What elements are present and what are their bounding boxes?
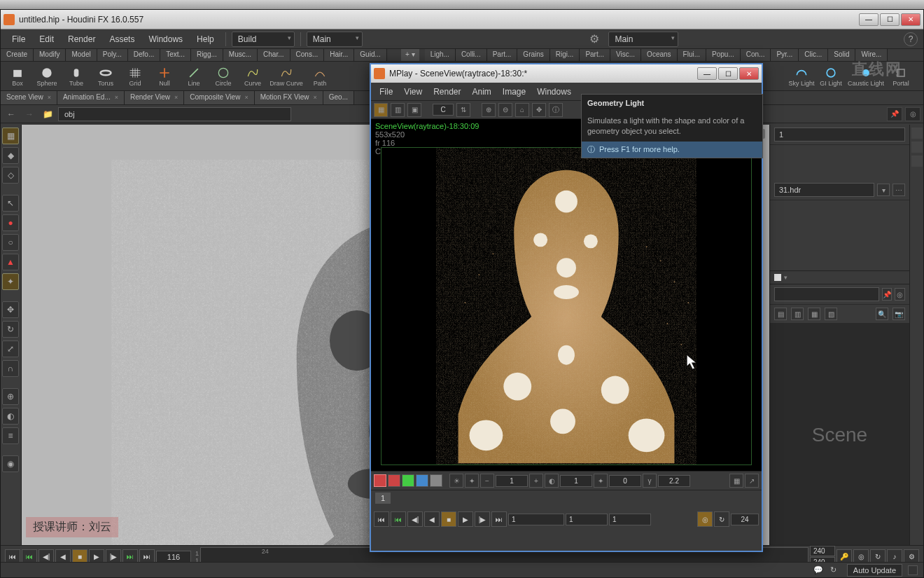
shelf-add[interactable]: + ▾ — [401, 49, 419, 61]
camera-icon-2[interactable]: 📷 — [892, 308, 905, 320]
pane-tab-render[interactable]: Render View× — [125, 91, 184, 104]
tool-sphere[interactable]: Sphere — [33, 63, 61, 89]
menu-help[interactable]: Help — [191, 32, 220, 47]
refresh-icon[interactable]: ↻ — [830, 565, 841, 575]
tool-icon[interactable]: ● — [2, 214, 19, 231]
shelf-tab[interactable]: Poly... — [97, 49, 128, 61]
tool-line[interactable]: Line — [180, 63, 208, 89]
panel-icon[interactable] — [911, 128, 923, 139]
nav-fwd-icon[interactable]: → — [22, 107, 37, 121]
layout-icon-mp[interactable]: ▦ — [729, 474, 743, 488]
mplay-viewport[interactable]: SceneView(raytrace)-18:30:09 553x520 fr … — [371, 119, 762, 471]
shelf-tab[interactable]: Cons... — [290, 49, 325, 61]
update-indicator[interactable] — [908, 565, 918, 575]
mplay-menu-image[interactable]: Image — [498, 84, 530, 99]
select-tool-icon[interactable]: ↖ — [2, 195, 19, 212]
scene-panel[interactable]: Scene — [770, 324, 909, 546]
shelf-tab[interactable]: Visc... — [610, 49, 641, 61]
mplay-menu-render[interactable]: Render — [429, 84, 465, 99]
nav-path[interactable]: obj — [58, 107, 291, 121]
scope-icon[interactable]: ◎ — [905, 107, 920, 121]
help-icon[interactable]: ? — [904, 32, 918, 46]
tool-grid[interactable]: Grid — [121, 63, 149, 89]
scale-tool-icon[interactable]: ⤢ — [2, 340, 19, 357]
tool-icon[interactable]: ◉ — [2, 455, 19, 472]
pane-tab-geo[interactable]: Geo... — [323, 91, 354, 104]
context-dropdown[interactable]: Main — [307, 32, 363, 47]
mplay-menu-file[interactable]: File — [375, 84, 397, 99]
shelf-tab[interactable]: Ligh... — [425, 49, 456, 61]
panel-icon[interactable] — [911, 142, 923, 153]
tool-draw-curve[interactable]: Draw Curve — [268, 63, 304, 89]
swatch-red[interactable] — [374, 474, 386, 487]
tool-icon[interactable]: ◆ — [2, 147, 19, 164]
tool-torus[interactable]: Torus — [92, 63, 120, 89]
desktop-dropdown[interactable]: Build — [232, 32, 295, 47]
menu-edit[interactable]: Edit — [34, 32, 59, 47]
levels-icon[interactable]: ✦ — [594, 474, 608, 488]
shelf-tab[interactable]: Pyr... — [771, 49, 799, 61]
shelf-tab[interactable]: Part... — [580, 49, 610, 61]
swatch-g[interactable] — [402, 474, 414, 487]
maximize-button[interactable]: ☐ — [880, 13, 899, 26]
plus-icon[interactable]: + — [529, 474, 543, 488]
split-icon[interactable]: ▥ — [391, 103, 405, 117]
exposure-input[interactable] — [496, 475, 528, 487]
mp-range-start[interactable] — [566, 514, 608, 525]
contrast-input[interactable] — [609, 475, 641, 487]
list-icon[interactable]: ▤ — [774, 308, 787, 320]
gear-icon[interactable]: ⚙ — [587, 32, 601, 46]
view-mode-icon[interactable]: ▦ — [374, 103, 388, 117]
mp-frame-input[interactable] — [508, 514, 564, 525]
pane-tab-anim[interactable]: Animation Ed...× — [57, 91, 125, 104]
tool-icon[interactable]: ≡ — [2, 427, 19, 444]
mp-step-fwd-button[interactable]: |▶ — [475, 511, 490, 527]
mp-play-back-button[interactable]: ◀ — [424, 511, 440, 527]
bright-icon[interactable]: ☀ — [449, 474, 463, 488]
shelf-tab[interactable]: Grains — [517, 49, 550, 61]
shelf-tab[interactable]: Popu... — [706, 49, 741, 61]
context-dropdown-2[interactable]: Main — [608, 32, 678, 47]
shelf-tab[interactable]: Char... — [258, 49, 290, 61]
value-input-1[interactable]: 1 — [774, 128, 905, 142]
tool-icon[interactable]: ◇ — [2, 167, 19, 184]
scope-icon-2[interactable]: ◎ — [895, 288, 905, 301]
shelf-tab[interactable]: Con... — [741, 49, 771, 61]
mplay-maximize-button[interactable]: ☐ — [718, 67, 738, 80]
shelf-tab[interactable]: Rigi... — [550, 49, 580, 61]
shelf-tab[interactable]: Clic... — [799, 49, 828, 61]
shelf-tab[interactable]: Rigg... — [191, 49, 223, 61]
tool-box[interactable]: Box — [4, 63, 31, 89]
mplay-close-button[interactable]: ✕ — [739, 67, 759, 80]
tool-null[interactable]: Null — [150, 63, 178, 89]
contrast-icon[interactable]: ◐ — [545, 474, 559, 488]
layout-icon[interactable]: ▣ — [407, 103, 421, 117]
shelf-tab[interactable]: Oceans — [641, 49, 677, 61]
shelf-tab[interactable]: Musc... — [223, 49, 258, 61]
mp-prev-key-button[interactable]: ⏮ — [391, 511, 406, 527]
close-button[interactable]: ✕ — [901, 13, 920, 26]
tool-curve[interactable]: Curve — [239, 63, 267, 89]
swatch-r[interactable] — [388, 474, 400, 487]
browse-icon[interactable]: ⋯ — [892, 184, 905, 196]
folder-icon-2[interactable]: ▧ — [825, 308, 837, 320]
scope-dropdown[interactable] — [774, 287, 879, 301]
search-icon[interactable]: 🔍 — [876, 308, 888, 320]
tool-circle[interactable]: Circle — [209, 63, 237, 89]
mplay-menu-windows[interactable]: Windows — [533, 84, 575, 99]
mplay-menu-anim[interactable]: Anim — [468, 84, 496, 99]
mp-fps-input[interactable] — [731, 514, 759, 525]
mplay-minimize-button[interactable]: — — [697, 67, 717, 80]
tool-icon[interactable]: ▲ — [2, 254, 19, 270]
chat-icon[interactable]: 💬 — [813, 565, 825, 575]
auto-update-dropdown[interactable]: Auto Update — [847, 564, 902, 577]
shelf-tab[interactable]: Model — [66, 49, 97, 61]
range-end-top[interactable] — [810, 546, 835, 556]
mp-play-button[interactable]: ▶ — [458, 511, 473, 527]
channel-input[interactable] — [433, 104, 454, 116]
mp-last-button[interactable]: ⏭ — [491, 511, 507, 527]
tool-gi-light[interactable]: GI Light — [817, 63, 845, 89]
menu-assets[interactable]: Assets — [104, 32, 140, 47]
shelf-tab[interactable]: Hair... — [324, 49, 354, 61]
sequence-tab[interactable]: 1 — [375, 493, 391, 504]
